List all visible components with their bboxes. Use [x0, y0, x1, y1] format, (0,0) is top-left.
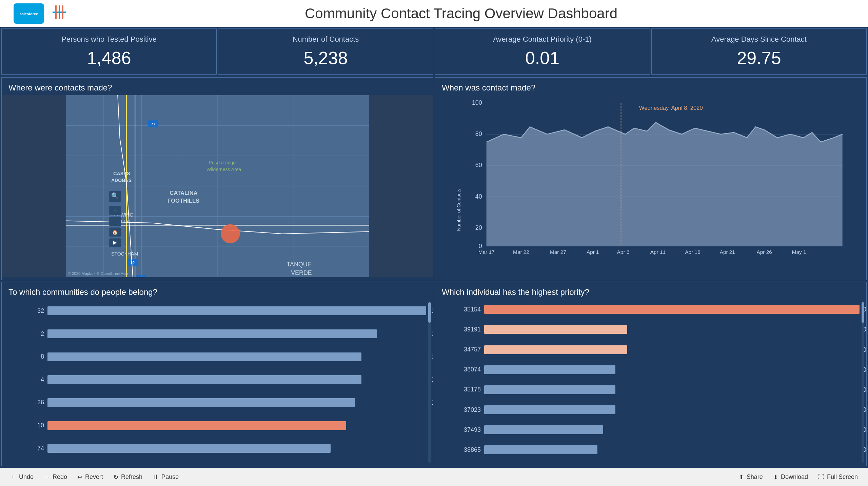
svg-text:−: − — [113, 218, 117, 224]
bar-track: 0.22 — [484, 365, 860, 374]
priority-scroll-thumb — [862, 302, 864, 323]
list-item: 32123 — [25, 304, 426, 317]
bar-track: 0.63 — [484, 305, 860, 314]
svg-text:+: + — [113, 207, 117, 214]
svg-text:🔍: 🔍 — [111, 192, 119, 200]
list-item: 388650.19 — [459, 443, 860, 456]
redo-button[interactable]: → Redo — [44, 473, 67, 481]
kpi-value-1: 5,238 — [225, 48, 426, 68]
bar-track: 0.22 — [484, 405, 860, 414]
pause-icon: ⏸ — [153, 473, 159, 481]
kpi-label-1: Number of Contacts — [225, 35, 426, 44]
svg-text:20: 20 — [475, 224, 482, 231]
kpi-value-0: 1,486 — [8, 48, 210, 68]
share-button[interactable]: ⬆ Share — [739, 473, 763, 481]
svg-text:🏠: 🏠 — [112, 229, 118, 235]
bar-label: 34757 — [459, 346, 481, 353]
revert-icon: ↩ — [77, 473, 82, 481]
bar-label: 74 — [25, 445, 44, 452]
download-icon: ⬇ — [773, 473, 778, 481]
bar-track: 0.24 — [484, 325, 860, 334]
bar-track: 0.19 — [484, 445, 860, 454]
y-axis-label: Number of Contacts — [456, 189, 461, 231]
svg-text:10: 10 — [130, 261, 135, 265]
download-button[interactable]: ⬇ Download — [773, 473, 808, 481]
undo-icon: ← — [10, 473, 16, 481]
bar-fill — [484, 305, 860, 314]
fullscreen-button[interactable]: ⛶ Full Screen — [818, 473, 858, 481]
map-panel: Where were contacts made? — [1, 77, 433, 280]
svg-text:Apr 1: Apr 1 — [587, 249, 599, 255]
bar-track: 0.24 — [484, 345, 860, 354]
bar-track: 102 — [47, 375, 426, 384]
bar-track: 0.22 — [484, 385, 860, 394]
svg-text:Mar 22: Mar 22 — [513, 249, 529, 255]
svg-text:77: 77 — [151, 122, 156, 126]
list-item: 380740.22 — [459, 363, 860, 376]
kpi-value-3: 29.75 — [658, 48, 860, 68]
kpi-row: Persons who Tested Positive 1,486 Number… — [0, 27, 868, 76]
bar-label: 2 — [25, 330, 44, 338]
list-item: 351540.63 — [459, 303, 860, 316]
kpi-card-0: Persons who Tested Positive 1,486 — [1, 28, 217, 75]
bar-fill — [484, 445, 597, 454]
bar-label: 8 — [25, 353, 44, 360]
salesforce-logo: salesforce — [14, 3, 44, 24]
communities-panel: To which communities do people belong? 3… — [1, 282, 433, 466]
map-title: Where were contacts made? — [2, 78, 433, 95]
fullscreen-label: Full Screen — [827, 473, 858, 481]
bar-fill — [484, 345, 627, 354]
kpi-label-2: Average Contact Priority (0-1) — [442, 35, 643, 44]
list-item: 1097 — [25, 419, 426, 432]
svg-text:STOCKHAM: STOCKHAM — [111, 251, 138, 257]
priority-scroll[interactable] — [862, 302, 864, 463]
undo-button[interactable]: ← Undo — [10, 473, 34, 481]
toolbar-right: ⬆ Share ⬇ Download ⛶ Full Screen — [739, 473, 858, 481]
list-item: 26100 — [25, 396, 426, 409]
plus-icon — [51, 4, 68, 24]
priority-panel: Which individual has the highest priorit… — [435, 282, 867, 466]
bar-label: 10 — [25, 422, 44, 429]
svg-text:Apr 16: Apr 16 — [685, 249, 700, 255]
pause-button[interactable]: ⏸ Pause — [153, 473, 179, 481]
svg-text:ADOBES: ADOBES — [111, 178, 132, 183]
bottom-toolbar: ← Undo → Redo ↩ Revert ↻ Refresh ⏸ Pause… — [0, 468, 868, 486]
list-item: 8102 — [25, 350, 426, 363]
kpi-label-3: Average Days Since Contact — [658, 35, 860, 44]
bar-label: 38074 — [459, 366, 481, 373]
svg-text:0: 0 — [479, 243, 482, 249]
priority-chart: 351540.63391910.24347570.24380740.223517… — [435, 300, 866, 463]
bar-value: 102 — [431, 376, 433, 383]
bar-value: 123 — [431, 307, 433, 315]
bar-fill — [484, 325, 627, 334]
svg-text:40: 40 — [475, 193, 482, 200]
kpi-value-2: 0.01 — [442, 48, 643, 68]
kpi-label-0: Persons who Tested Positive — [8, 35, 210, 44]
communities-title: To which communities do people belong? — [2, 282, 433, 300]
bar-fill — [484, 385, 615, 394]
bar-track: 107 — [47, 329, 426, 338]
scroll-indicator[interactable] — [428, 302, 431, 463]
list-item: 347570.24 — [459, 343, 860, 356]
svg-text:Apr 6: Apr 6 — [617, 249, 630, 255]
main-content: Where were contacts made? — [0, 76, 868, 468]
svg-point-38 — [221, 224, 240, 243]
svg-marker-62 — [487, 122, 843, 246]
bottom-charts-row: To which communities do people belong? 3… — [1, 282, 867, 466]
bar-fill — [47, 329, 377, 338]
svg-text:Mar 27: Mar 27 — [550, 249, 566, 255]
bar-label: 26 — [25, 399, 44, 406]
scroll-thumb — [428, 302, 431, 323]
svg-text:60: 60 — [475, 162, 482, 168]
refresh-icon: ↻ — [113, 473, 118, 481]
download-label: Download — [781, 473, 808, 481]
bar-label: 4 — [25, 376, 44, 383]
bar-track: 100 — [47, 398, 426, 407]
bar-fill — [47, 352, 361, 361]
bar-track: 123 — [47, 306, 426, 315]
bar-track: 97 — [47, 421, 426, 430]
bar-fill — [484, 425, 603, 434]
redo-label: Redo — [53, 473, 67, 481]
refresh-button[interactable]: ↻ Refresh — [113, 473, 142, 481]
revert-button[interactable]: ↩ Revert — [77, 473, 103, 481]
